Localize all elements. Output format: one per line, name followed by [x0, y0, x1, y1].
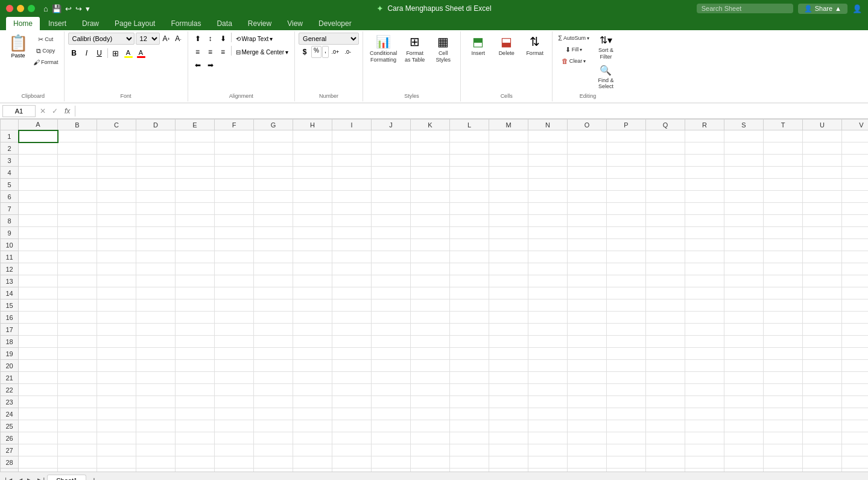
cell-N2[interactable]: [528, 142, 568, 155]
cell-O15[interactable]: [568, 299, 607, 312]
cell-S28[interactable]: [724, 456, 764, 469]
cell-O21[interactable]: [568, 372, 607, 384]
cell-R6[interactable]: [685, 191, 724, 203]
cell-O28[interactable]: [568, 456, 607, 469]
cell-F12[interactable]: [215, 263, 254, 275]
cell-C5[interactable]: [97, 179, 136, 191]
cell-C18[interactable]: [97, 336, 136, 348]
cell-H8[interactable]: [293, 215, 332, 227]
clear-button[interactable]: 🗑 Clear ▾: [556, 56, 591, 66]
cell-L2[interactable]: [450, 142, 489, 155]
cell-I19[interactable]: [332, 348, 372, 360]
cell-P25[interactable]: [607, 420, 646, 432]
cell-F6[interactable]: [215, 191, 254, 203]
cell-E21[interactable]: [176, 372, 215, 384]
cell-K7[interactable]: [411, 203, 450, 215]
cell-K3[interactable]: [411, 155, 450, 167]
cell-O5[interactable]: [568, 179, 607, 191]
cell-N15[interactable]: [528, 299, 568, 312]
cell-J20[interactable]: [372, 360, 411, 372]
cell-K29[interactable]: [411, 469, 450, 472]
cell-Q12[interactable]: [646, 263, 685, 275]
cell-D23[interactable]: [136, 396, 176, 408]
cut-button[interactable]: ✂ Cut: [31, 34, 60, 45]
cell-T15[interactable]: [764, 299, 803, 312]
cell-L28[interactable]: [450, 456, 489, 469]
currency-button[interactable]: $: [299, 46, 311, 58]
cell-P23[interactable]: [607, 396, 646, 408]
cell-P1[interactable]: [607, 130, 646, 142]
col-header-V[interactable]: V: [842, 120, 869, 130]
cell-T25[interactable]: [764, 420, 803, 432]
cell-R4[interactable]: [685, 167, 724, 179]
cell-P26[interactable]: [607, 432, 646, 444]
share-button[interactable]: 👤 Share ▲: [798, 4, 847, 14]
cell-H15[interactable]: [293, 299, 332, 312]
cell-H12[interactable]: [293, 263, 332, 275]
cell-D13[interactable]: [136, 275, 176, 287]
cell-Q13[interactable]: [646, 275, 685, 287]
cell-D16[interactable]: [136, 312, 176, 324]
paste-button[interactable]: 📋 Paste: [6, 33, 30, 60]
cell-A3[interactable]: [19, 155, 58, 167]
cell-T7[interactable]: [764, 203, 803, 215]
cell-U4[interactable]: [803, 167, 842, 179]
col-header-Q[interactable]: Q: [646, 120, 685, 130]
col-header-G[interactable]: G: [254, 120, 293, 130]
cell-G3[interactable]: [254, 155, 293, 167]
cell-L19[interactable]: [450, 348, 489, 360]
cell-I5[interactable]: [332, 179, 372, 191]
cell-R18[interactable]: [685, 336, 724, 348]
cell-Q22[interactable]: [646, 384, 685, 396]
cell-D17[interactable]: [136, 324, 176, 336]
cell-I24[interactable]: [332, 408, 372, 420]
cell-D15[interactable]: [136, 299, 176, 312]
insert-button[interactable]: ⬒ Insert: [464, 33, 492, 59]
cell-Q5[interactable]: [646, 179, 685, 191]
cell-A20[interactable]: [19, 360, 58, 372]
cell-T19[interactable]: [764, 348, 803, 360]
cell-M18[interactable]: [489, 336, 528, 348]
cell-K12[interactable]: [411, 263, 450, 275]
cell-L14[interactable]: [450, 287, 489, 299]
cell-A5[interactable]: [19, 179, 58, 191]
cell-P16[interactable]: [607, 312, 646, 324]
cell-B28[interactable]: [58, 456, 97, 469]
cell-H26[interactable]: [293, 432, 332, 444]
cell-U15[interactable]: [803, 299, 842, 312]
cell-V5[interactable]: [842, 179, 869, 191]
cell-H11[interactable]: [293, 251, 332, 263]
cell-U3[interactable]: [803, 155, 842, 167]
cell-I10[interactable]: [332, 239, 372, 251]
cell-U5[interactable]: [803, 179, 842, 191]
cell-A23[interactable]: [19, 396, 58, 408]
cell-I14[interactable]: [332, 287, 372, 299]
cell-U18[interactable]: [803, 336, 842, 348]
cell-Q6[interactable]: [646, 191, 685, 203]
cell-B27[interactable]: [58, 444, 97, 456]
cell-B4[interactable]: [58, 167, 97, 179]
cell-F29[interactable]: [215, 469, 254, 472]
more-btn[interactable]: ▾: [86, 4, 90, 13]
cell-O26[interactable]: [568, 432, 607, 444]
cell-J3[interactable]: [372, 155, 411, 167]
align-left-button[interactable]: ≡: [192, 46, 204, 58]
cell-I17[interactable]: [332, 324, 372, 336]
cell-N21[interactable]: [528, 372, 568, 384]
cell-N5[interactable]: [528, 179, 568, 191]
cell-R25[interactable]: [685, 420, 724, 432]
cell-H3[interactable]: [293, 155, 332, 167]
cell-B24[interactable]: [58, 408, 97, 420]
cell-N16[interactable]: [528, 312, 568, 324]
cell-E15[interactable]: [176, 299, 215, 312]
col-header-K[interactable]: K: [411, 120, 450, 130]
cell-O17[interactable]: [568, 324, 607, 336]
cell-R15[interactable]: [685, 299, 724, 312]
col-header-H[interactable]: H: [293, 120, 332, 130]
cell-I18[interactable]: [332, 336, 372, 348]
cell-L5[interactable]: [450, 179, 489, 191]
cell-F24[interactable]: [215, 408, 254, 420]
cell-O25[interactable]: [568, 420, 607, 432]
cell-F22[interactable]: [215, 384, 254, 396]
cell-I1[interactable]: [332, 130, 372, 142]
